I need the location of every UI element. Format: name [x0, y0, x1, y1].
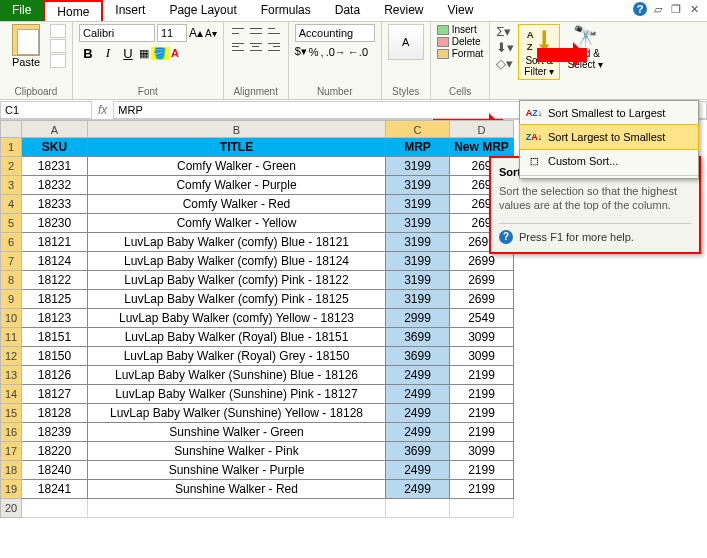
cell-title[interactable]: LuvLap Baby Walker (comfy) Blue - 18121: [88, 233, 386, 252]
cell-title[interactable]: LuvLap Baby Walker (Royal) Blue - 18151: [88, 328, 386, 347]
cell-newmrp[interactable]: 2199: [450, 366, 514, 385]
cell-sku[interactable]: 18233: [22, 195, 88, 214]
grow-font-icon[interactable]: A▴: [189, 26, 203, 40]
cell-title[interactable]: LuvLap Baby Walker (comfy) Pink - 18125: [88, 290, 386, 309]
paste-button[interactable]: Paste: [6, 24, 46, 68]
cell-title[interactable]: LuvLap Baby Walker (Sunshine) Yellow - 1…: [88, 404, 386, 423]
sort-smallest-item[interactable]: AZ↓ Sort Smallest to Largest: [520, 101, 698, 125]
cell-sku[interactable]: 18125: [22, 290, 88, 309]
tab-review[interactable]: Review: [372, 0, 435, 21]
row-head[interactable]: 10: [0, 309, 22, 328]
custom-sort-item[interactable]: ⬚ Custom Sort...: [520, 149, 698, 173]
cell-mrp[interactable]: 2499: [386, 366, 450, 385]
row-head[interactable]: 9: [0, 290, 22, 309]
cell-title[interactable]: LuvLap Baby Walker (comfy) Blue - 18124: [88, 252, 386, 271]
cell-sku[interactable]: 18124: [22, 252, 88, 271]
tab-file[interactable]: File: [0, 0, 43, 21]
shrink-font-icon[interactable]: A▾: [205, 28, 217, 39]
row-head[interactable]: 8: [0, 271, 22, 290]
row-head[interactable]: 19: [0, 480, 22, 499]
sort-largest-item[interactable]: ZA↓ Sort Largest to Smallest: [519, 124, 699, 150]
row-head[interactable]: 17: [0, 442, 22, 461]
cell-title[interactable]: LuvLap Baby Walker (Royal) Grey - 18150: [88, 347, 386, 366]
cell-title[interactable]: Sunshine Walker - Red: [88, 480, 386, 499]
italic-button[interactable]: I: [99, 45, 117, 61]
cell-mrp[interactable]: 3199: [386, 252, 450, 271]
minimize-ribbon-icon[interactable]: ▱: [651, 2, 665, 16]
cell-newmrp[interactable]: 2699: [450, 252, 514, 271]
cell-title[interactable]: LuvLap Baby Walker (Sunshine) Pink - 181…: [88, 385, 386, 404]
cell-title[interactable]: LuvLap Baby Walker (Sunshine) Blue - 181…: [88, 366, 386, 385]
select-all-corner[interactable]: [0, 120, 22, 138]
align-bottom-icon[interactable]: [266, 24, 282, 38]
cell-mrp[interactable]: 3199: [386, 271, 450, 290]
tab-insert[interactable]: Insert: [103, 0, 157, 21]
align-left-icon[interactable]: [230, 40, 246, 54]
cell-newmrp[interactable]: 3099: [450, 347, 514, 366]
close-icon[interactable]: ✕: [687, 2, 701, 16]
col-head-c[interactable]: C: [386, 120, 450, 138]
fx-icon[interactable]: fx: [92, 103, 113, 117]
tab-view[interactable]: View: [436, 0, 486, 21]
cell-newmrp[interactable]: 2699: [450, 290, 514, 309]
cell-sku[interactable]: 18127: [22, 385, 88, 404]
cell-sku[interactable]: 18239: [22, 423, 88, 442]
cell-sku[interactable]: 18122: [22, 271, 88, 290]
header-sku[interactable]: SKU: [22, 138, 88, 157]
header-newmrp[interactable]: New MRP: [450, 138, 514, 157]
cell-title[interactable]: Sunshine Walker - Purple: [88, 461, 386, 480]
decrease-decimal-icon[interactable]: ←.0: [348, 46, 368, 58]
fill-color-icon[interactable]: 🪣: [151, 47, 169, 60]
tab-formulas[interactable]: Formulas: [249, 0, 323, 21]
cell-mrp[interactable]: 3199: [386, 157, 450, 176]
cell-newmrp[interactable]: 2199: [450, 404, 514, 423]
bold-button[interactable]: B: [79, 46, 97, 61]
cell-mrp[interactable]: 2999: [386, 309, 450, 328]
increase-decimal-icon[interactable]: .0→: [326, 46, 346, 58]
col-head-d[interactable]: D: [450, 120, 514, 138]
cell-newmrp[interactable]: 2199: [450, 461, 514, 480]
cell-mrp[interactable]: 2499: [386, 461, 450, 480]
cell-title[interactable]: Sunshine Walker - Pink: [88, 442, 386, 461]
col-head-a[interactable]: A: [22, 120, 88, 138]
tab-data[interactable]: Data: [323, 0, 372, 21]
format-painter-icon[interactable]: [50, 54, 66, 68]
cell-newmrp[interactable]: 2199: [450, 385, 514, 404]
row-head[interactable]: 11: [0, 328, 22, 347]
row-head[interactable]: 20: [0, 499, 22, 518]
cut-icon[interactable]: [50, 24, 66, 38]
cell-newmrp[interactable]: 2549: [450, 309, 514, 328]
cell-mrp[interactable]: 2499: [386, 404, 450, 423]
align-right-icon[interactable]: [266, 40, 282, 54]
cell-sku[interactable]: 18232: [22, 176, 88, 195]
cell-mrp[interactable]: 2499: [386, 385, 450, 404]
row-head[interactable]: 6: [0, 233, 22, 252]
cell-newmrp[interactable]: 2699: [450, 271, 514, 290]
cell[interactable]: [88, 499, 386, 518]
align-top-icon[interactable]: [230, 24, 246, 38]
copy-icon[interactable]: [50, 39, 66, 53]
insert-cells-button[interactable]: Insert: [437, 24, 484, 35]
tab-home[interactable]: Home: [43, 0, 103, 21]
row-head[interactable]: 13: [0, 366, 22, 385]
cell-sku[interactable]: 18240: [22, 461, 88, 480]
comma-icon[interactable]: ,: [321, 46, 324, 58]
row-head[interactable]: 14: [0, 385, 22, 404]
cell-mrp[interactable]: 3699: [386, 347, 450, 366]
cell-title[interactable]: Comfy Walker - Green: [88, 157, 386, 176]
row-head[interactable]: 5: [0, 214, 22, 233]
cell-mrp[interactable]: 2499: [386, 423, 450, 442]
cell-sku[interactable]: 18150: [22, 347, 88, 366]
cell-sku[interactable]: 18220: [22, 442, 88, 461]
align-center-icon[interactable]: [248, 40, 264, 54]
cell-newmrp[interactable]: 2199: [450, 480, 514, 499]
cell-sku[interactable]: 18241: [22, 480, 88, 499]
cell-sku[interactable]: 18151: [22, 328, 88, 347]
cell-newmrp[interactable]: 3099: [450, 328, 514, 347]
cell-mrp[interactable]: 3199: [386, 214, 450, 233]
cell-title[interactable]: Comfy Walker - Purple: [88, 176, 386, 195]
cell-title[interactable]: Sunshine Walker - Green: [88, 423, 386, 442]
row-head[interactable]: 7: [0, 252, 22, 271]
help-icon[interactable]: ?: [633, 2, 647, 16]
cell-mrp[interactable]: 3199: [386, 290, 450, 309]
